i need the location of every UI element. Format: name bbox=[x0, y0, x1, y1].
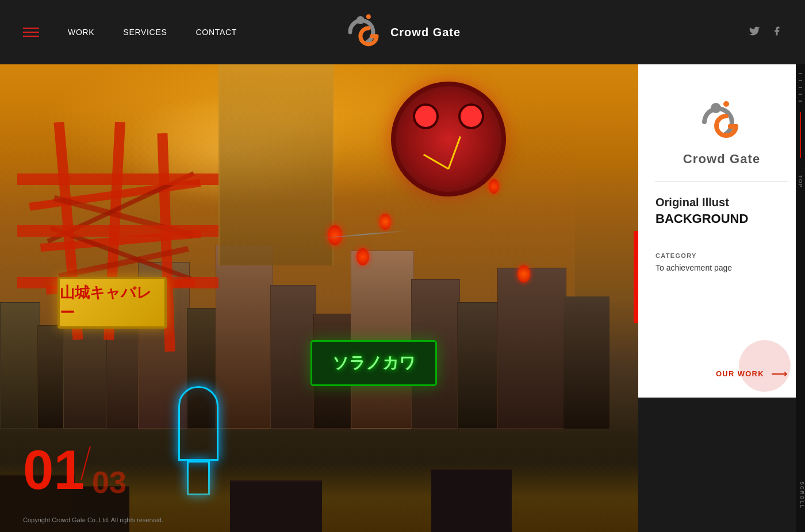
card-logo: Crowd Gate bbox=[683, 99, 760, 167]
hero-background: 山城キャバレー ソラノカワ bbox=[0, 64, 730, 532]
svg-point-1 bbox=[366, 14, 371, 19]
header-brand-name: Crowd Gate bbox=[390, 26, 461, 39]
header-left: WORK SERVICES CONTACT bbox=[23, 28, 237, 37]
red-accent bbox=[634, 231, 638, 323]
facebook-link[interactable] bbox=[772, 26, 782, 39]
slide-number-total: 03 bbox=[92, 467, 126, 498]
our-work-button[interactable]: OUR WORK ⟶ bbox=[716, 367, 788, 380]
card-divider bbox=[655, 181, 788, 182]
card-title-2: BACKGROUND bbox=[656, 211, 788, 226]
card-text-content: Original Illust BACKGROUND CATEGORY To a… bbox=[638, 196, 805, 273]
hamburger-menu[interactable] bbox=[23, 28, 39, 37]
our-work-arrow-icon: ⟶ bbox=[771, 367, 788, 380]
top-label: TOP bbox=[798, 175, 803, 188]
twitter-link[interactable] bbox=[749, 25, 760, 40]
info-panel: Crowd Gate Original Illust BACKGROUND CA… bbox=[638, 64, 805, 532]
sign-japanese-1: 山城キャバレー bbox=[60, 283, 164, 323]
slide-number-current: 01 bbox=[23, 442, 85, 498]
card-brand-name: Crowd Gate bbox=[683, 152, 760, 167]
info-card: Crowd Gate Original Illust BACKGROUND CA… bbox=[638, 64, 805, 398]
scroll-label: SCROLL bbox=[796, 481, 805, 509]
header: WORK SERVICES CONTACT Crowd Gate bbox=[0, 0, 805, 64]
nav-contact[interactable]: CONTACT bbox=[196, 28, 237, 37]
svg-point-4 bbox=[723, 101, 729, 107]
logo-icon bbox=[344, 12, 385, 52]
main-area: 山城キャバレー ソラノカワ 01 03 Copyright Crowd Gate… bbox=[0, 64, 805, 532]
our-work-circle-bg bbox=[739, 340, 791, 392]
category-link[interactable]: To achievement page bbox=[656, 263, 732, 272]
main-nav: WORK SERVICES CONTACT bbox=[68, 28, 237, 37]
sign-neon-green: ソラノカワ bbox=[332, 352, 416, 374]
card-logo-icon bbox=[699, 99, 745, 145]
copyright-text: Copyright Crowd Gate Co.,Ltd. All rights… bbox=[23, 516, 163, 523]
header-logo[interactable]: Crowd Gate bbox=[344, 12, 461, 52]
header-social bbox=[749, 25, 782, 40]
category-label: CATEGORY bbox=[656, 252, 788, 259]
nav-work[interactable]: WORK bbox=[68, 28, 94, 37]
right-scroll-indicator: TOP bbox=[796, 64, 805, 532]
our-work-label: OUR WORK bbox=[716, 369, 764, 378]
card-title-1: Original Illust bbox=[656, 196, 788, 209]
nav-services[interactable]: SERVICES bbox=[123, 28, 167, 37]
